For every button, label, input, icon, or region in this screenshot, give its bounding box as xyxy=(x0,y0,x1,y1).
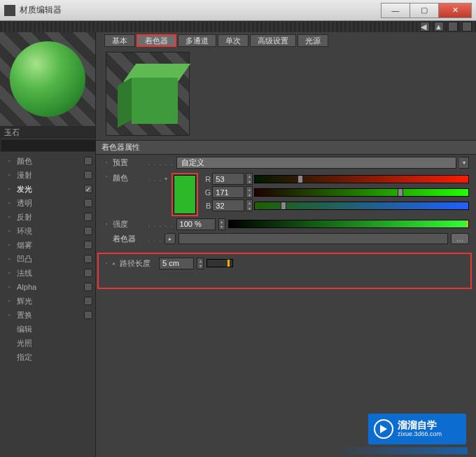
up-arrow-icon[interactable]: ▲ xyxy=(434,22,444,31)
channel-arrow-icon[interactable]: ◦ xyxy=(6,255,13,262)
channel-label: 凹凸 xyxy=(17,254,80,265)
channel-颜色[interactable]: ◦颜色 xyxy=(3,154,92,168)
search-input[interactable] xyxy=(1,140,102,151)
strength-value[interactable]: 100 % xyxy=(176,218,216,230)
tab-基本[interactable]: 基本 xyxy=(104,34,135,47)
channel-checkbox[interactable] xyxy=(84,297,92,305)
b-slider[interactable] xyxy=(254,202,469,210)
channel-checkbox[interactable] xyxy=(84,283,92,291)
tab-高级设置[interactable]: 高级设置 xyxy=(250,34,296,47)
b-value[interactable]: 32 xyxy=(212,199,244,211)
strength-label: 强度 xyxy=(113,219,145,230)
channel-辉光[interactable]: ◦辉光 xyxy=(3,294,92,308)
g-spinner[interactable]: ▴▾ xyxy=(246,186,253,198)
channel-label: 反射 xyxy=(17,212,80,223)
reset-dot-icon[interactable]: ◦ xyxy=(103,173,110,180)
r-spinner[interactable]: ▴▾ xyxy=(246,173,253,185)
r-value[interactable]: 53 xyxy=(212,173,244,185)
channel-arrow-icon[interactable]: ◦ xyxy=(6,199,13,206)
path-length-label: 路径长度 xyxy=(120,258,156,269)
channel-checkbox[interactable] xyxy=(84,213,92,221)
channel-arrow-icon[interactable]: ◦ xyxy=(6,227,13,234)
preset-dropdown[interactable]: 自定义 xyxy=(176,157,456,169)
panel-icon[interactable] xyxy=(462,22,472,31)
material-name[interactable]: 玉石 xyxy=(0,126,95,139)
channel-checkbox[interactable] xyxy=(84,269,92,277)
shader-slot[interactable] xyxy=(178,233,448,244)
channel-漫射[interactable]: ◦漫射 xyxy=(3,168,92,182)
channel-arrow-icon[interactable]: ◦ xyxy=(6,185,13,192)
shader-picker-button[interactable]: ▸ xyxy=(164,233,176,244)
channel-arrow-icon[interactable]: ◦ xyxy=(6,213,13,220)
channel-label: 漫射 xyxy=(17,170,80,181)
sub-item-编辑[interactable]: 编辑 xyxy=(3,322,92,336)
expand-arrow-icon[interactable]: ▸ xyxy=(113,260,115,267)
channel-label: 烟雾 xyxy=(17,240,80,251)
chevron-down-icon[interactable]: ▾ xyxy=(164,173,169,182)
channel-arrow-icon[interactable]: ◦ xyxy=(6,297,13,304)
path-length-row: ◦ ▸ 路径长度 5 cm ▴▾ xyxy=(99,255,470,271)
maximize-button[interactable]: ▢ xyxy=(410,3,439,18)
channel-烟雾[interactable]: ◦烟雾 xyxy=(3,238,92,252)
reset-dot-icon[interactable]: ◦ xyxy=(103,159,110,166)
strength-spinner[interactable]: ▴▾ xyxy=(218,218,225,230)
channel-环境[interactable]: ◦环境 xyxy=(3,224,92,238)
tab-bar: 基本着色器多通道单次高级设置光源 xyxy=(96,32,476,48)
preset-dropdown-arrow-icon[interactable]: ▾ xyxy=(459,157,469,169)
shader-browse-button[interactable]: … xyxy=(451,233,469,244)
g-value[interactable]: 171 xyxy=(212,186,244,198)
channel-checkbox[interactable] xyxy=(84,241,92,249)
channel-label: Alpha xyxy=(17,283,80,291)
channel-checkbox[interactable]: ✓ xyxy=(84,185,92,193)
color-swatch-highlight xyxy=(172,173,198,216)
sub-item-光照[interactable]: 光照 xyxy=(3,336,92,350)
channel-发光[interactable]: ◦发光✓ xyxy=(3,182,92,196)
channel-checkbox[interactable] xyxy=(84,311,92,319)
channel-凹凸[interactable]: ◦凹凸 xyxy=(3,252,92,266)
channel-checkbox[interactable] xyxy=(84,171,92,179)
channel-法线[interactable]: ◦法线 xyxy=(3,266,92,280)
color-swatch[interactable] xyxy=(174,175,196,214)
tab-单次[interactable]: 单次 xyxy=(218,34,248,47)
sub-item-label: 光照 xyxy=(17,338,92,349)
b-spinner[interactable]: ▴▾ xyxy=(246,199,253,211)
channel-arrow-icon[interactable]: ◦ xyxy=(6,171,13,178)
app-icon xyxy=(4,5,15,16)
channel-label: 置换 xyxy=(17,310,80,321)
channel-arrow-icon[interactable]: ◦ xyxy=(6,283,13,290)
channel-arrow-icon[interactable]: ◦ xyxy=(6,269,13,276)
tab-光源[interactable]: 光源 xyxy=(298,34,328,47)
tab-多通道[interactable]: 多通道 xyxy=(178,34,216,47)
path-length-spinner[interactable]: ▴▾ xyxy=(197,258,204,269)
g-slider[interactable] xyxy=(254,188,469,197)
path-length-slider[interactable] xyxy=(206,259,233,267)
channel-反射[interactable]: ◦反射 xyxy=(3,210,92,224)
channel-checkbox[interactable] xyxy=(84,157,92,165)
strength-slider[interactable] xyxy=(228,220,469,228)
channel-置换[interactable]: ◦置换 xyxy=(3,308,92,322)
reset-dot-icon[interactable]: ◦ xyxy=(103,220,110,227)
r-slider[interactable] xyxy=(254,175,469,183)
shader-preview-thumb[interactable] xyxy=(106,52,190,136)
watermark-title: 溜溜自学 xyxy=(398,420,442,430)
channel-label: 透明 xyxy=(17,198,80,209)
channel-arrow-icon[interactable]: ◦ xyxy=(6,157,13,164)
channel-checkbox[interactable] xyxy=(84,227,92,235)
close-button[interactable]: ✕ xyxy=(438,3,472,18)
path-length-value[interactable]: 5 cm xyxy=(159,258,194,269)
minimize-button[interactable]: — xyxy=(381,3,410,18)
nav-arrow-icon[interactable]: ◀ xyxy=(420,22,430,31)
lock-icon[interactable] xyxy=(448,22,458,31)
material-preview[interactable] xyxy=(0,32,95,126)
channel-arrow-icon[interactable]: ◦ xyxy=(6,311,13,318)
channel-透明[interactable]: ◦透明 xyxy=(3,196,92,210)
play-icon xyxy=(374,419,393,439)
channel-Alpha[interactable]: ◦Alpha xyxy=(3,280,92,294)
section-header: 着色器属性 xyxy=(96,140,476,155)
tab-着色器[interactable]: 着色器 xyxy=(136,34,176,47)
channel-checkbox[interactable] xyxy=(84,255,92,263)
channel-checkbox[interactable] xyxy=(84,199,92,207)
channel-arrow-icon[interactable]: ◦ xyxy=(6,241,13,248)
sub-item-指定[interactable]: 指定 xyxy=(3,350,92,364)
reset-dot-icon[interactable]: ◦ xyxy=(103,260,110,267)
